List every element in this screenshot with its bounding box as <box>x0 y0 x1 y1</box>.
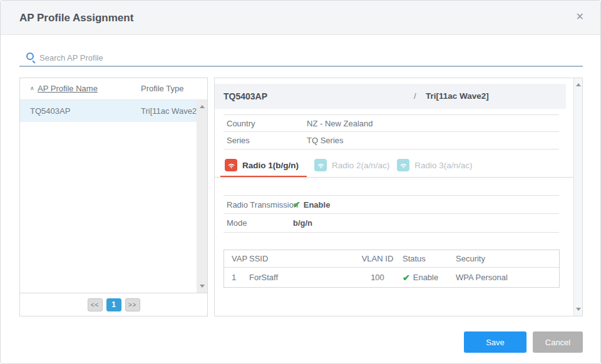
tab-radio-2[interactable]: Radio 2(a/n/ac) <box>314 154 389 178</box>
sort-asc-icon: ∧ <box>30 85 34 91</box>
col-vap: VAP <box>224 254 249 263</box>
save-button[interactable]: Save <box>464 331 527 353</box>
tab-radio-3-label: Radio 3(a/n/ac) <box>414 161 472 170</box>
radio-tabs: Radio 1(b/g/n) Radio 2(a/n/ac) <box>220 154 473 178</box>
tab-radio-2-label: Radio 2(a/n/ac) <box>332 161 389 170</box>
detail-title-divider: / <box>414 84 416 109</box>
check-icon: ✔ <box>403 273 410 283</box>
profile-detail-panel: TQ5403AP / Tri[11ac Wave2] Country NZ - … <box>214 78 583 316</box>
detail-profile-name: TQ5403AP <box>223 84 267 109</box>
status-cell: ✔ Enable <box>403 273 456 283</box>
radio-transmission-row: Radio Transmission ✔ Enable <box>223 195 559 214</box>
status-text: Enable <box>413 273 438 282</box>
detail-fields: Country NZ - New Zealand Series TQ Serie… <box>223 114 559 149</box>
pagination-prev-button[interactable]: << <box>88 298 103 311</box>
dialog-title: AP Profile Assignment <box>19 1 133 35</box>
tab-radio-1-label: Radio 1(b/g/n) <box>242 161 299 170</box>
detail-profile-type: Tri[11ac Wave2] <box>426 84 489 109</box>
list-scrollbar[interactable] <box>197 100 207 293</box>
mode-value: b/g/n <box>293 214 312 232</box>
profile-list-header: ∧ AP Profile Name Profile Type <box>20 78 207 100</box>
dialog-header: AP Profile Assignment ✕ <box>1 1 600 35</box>
ssid-cell: ForStaff <box>249 273 352 282</box>
scroll-up-icon[interactable] <box>576 83 581 86</box>
search-input[interactable] <box>39 50 572 65</box>
security-cell: WPA Personal <box>456 273 559 282</box>
vlan-id-cell: 100 <box>352 273 403 282</box>
vap-cell: 1 <box>224 273 249 282</box>
radio-transmission-value: ✔ Enable <box>293 196 330 214</box>
scroll-up-icon[interactable] <box>200 105 205 108</box>
series-label: Series <box>227 132 250 149</box>
col-ssid: SSID <box>249 254 352 263</box>
col-status: Status <box>403 254 456 263</box>
check-icon: ✔ <box>293 196 300 214</box>
wifi-icon <box>397 159 409 171</box>
scroll-down-icon[interactable] <box>576 308 581 311</box>
field-row-country: Country NZ - New Zealand <box>223 114 559 132</box>
tabs-divider <box>215 177 573 178</box>
country-label: Country <box>227 115 255 132</box>
tab-radio-3[interactable]: Radio 3(a/n/ac) <box>397 154 472 178</box>
mode-label: Mode <box>227 214 247 232</box>
ap-profile-assignment-dialog: AP Profile Assignment ✕ ∧ AP Profile Nam… <box>0 0 601 364</box>
mode-row: Mode b/g/n <box>223 214 559 233</box>
column-profile-type: Profile Type <box>141 78 183 99</box>
vap-table: VAP SSID VLAN ID Status Security 1 ForSt… <box>223 250 560 288</box>
pagination: << 1 >> <box>20 293 207 316</box>
tab-radio-1[interactable]: Radio 1(b/g/n) <box>220 154 307 178</box>
wifi-icon <box>225 159 237 171</box>
vap-table-row: 1 ForStaff 100 ✔ Enable WPA Personal <box>224 268 559 287</box>
close-icon[interactable]: ✕ <box>576 12 584 22</box>
profile-type-cell: Tri[11ac Wave2] <box>141 100 199 122</box>
col-vlan-id: VLAN ID <box>352 254 403 263</box>
country-value: NZ - New Zealand <box>307 115 372 132</box>
series-value: TQ Series <box>307 132 344 149</box>
profile-name-cell: TQ5403AP <box>30 100 70 122</box>
col-security: Security <box>456 254 559 263</box>
detail-title-bar: TQ5403AP / Tri[11ac Wave2] <box>215 84 566 109</box>
profile-row-selected[interactable]: TQ5403AP Tri[11ac Wave2] <box>20 100 207 122</box>
vap-table-header: VAP SSID VLAN ID Status Security <box>224 250 559 268</box>
search-icon <box>26 53 34 60</box>
scroll-down-icon[interactable] <box>200 285 205 288</box>
column-ap-profile-name[interactable]: AP Profile Name <box>38 78 98 99</box>
search-bar <box>19 50 583 67</box>
radio-transmission-label: Radio Transmission <box>227 196 298 214</box>
wifi-icon <box>314 159 327 171</box>
radio-transmission-status: Enable <box>304 196 331 214</box>
pagination-page-1-button[interactable]: 1 <box>106 298 121 311</box>
detail-scrollbar[interactable] <box>573 78 582 316</box>
radio-settings: Radio Transmission ✔ Enable Mode b/g/n <box>223 195 559 233</box>
cancel-button[interactable]: Cancel <box>533 331 583 353</box>
field-row-series: Series TQ Series <box>223 132 559 149</box>
pagination-next-button[interactable]: >> <box>125 298 140 311</box>
profile-list-panel: ∧ AP Profile Name Profile Type TQ5403AP … <box>19 78 208 316</box>
